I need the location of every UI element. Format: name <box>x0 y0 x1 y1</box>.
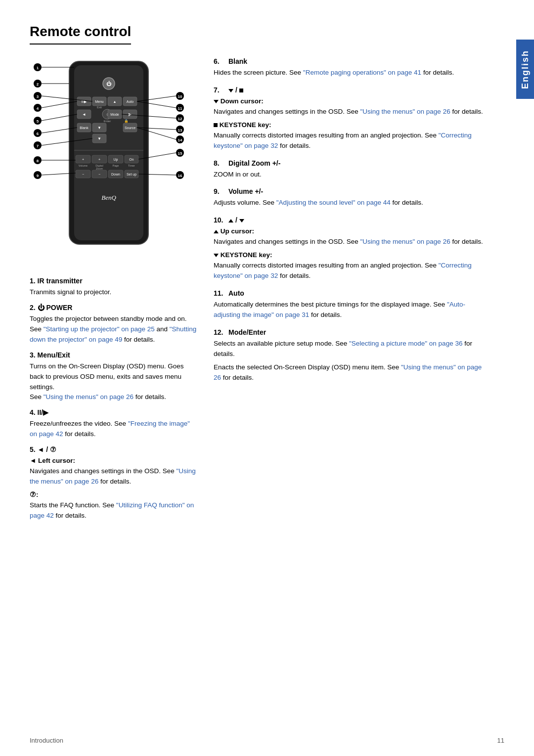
section-7-sub1: Down cursor: Navigates and changes setti… <box>214 96 487 117</box>
section-10-link1[interactable]: "Using the menus" on page 26 <box>360 238 450 245</box>
item-3-header: 3. Menu/Exit <box>30 350 198 360</box>
svg-text:Mode: Mode <box>110 113 119 116</box>
svg-text:15: 15 <box>178 151 182 156</box>
page: English Remote control <box>0 0 534 756</box>
section-6: 6. Blank Hides the screen picture. See "… <box>214 56 487 78</box>
section-11-link1[interactable]: "Auto-adjusting the image" on page 31 <box>214 301 465 318</box>
section-6-link1[interactable]: "Remote paging operations" on page 41 <box>303 69 421 76</box>
section-7-link1[interactable]: "Using the menus" on page 26 <box>360 108 450 115</box>
svg-text:Menu: Menu <box>95 100 104 103</box>
section-12-body2: Enacts the selected On-Screen Display (O… <box>214 362 487 383</box>
section-10-body: Up cursor: Navigates and changes setting… <box>214 226 487 281</box>
svg-text:10: 10 <box>178 94 182 99</box>
remote-diagram: ⏻ II/▶ Menu ▲ Auto Exit <box>30 56 188 264</box>
item-3-body: Turns on the On-Screen Display (OSD) men… <box>30 361 198 403</box>
svg-text:Volume: Volume <box>79 164 88 167</box>
item-3-link1[interactable]: "Using the menus" on page 26 <box>44 393 134 400</box>
svg-text:▼: ▼ <box>97 126 101 130</box>
side-tab-label: English <box>520 50 531 89</box>
svg-text:16: 16 <box>178 174 182 178</box>
svg-text:On: On <box>129 158 134 161</box>
section-8-body: ZOOM in or out. <box>214 170 487 180</box>
item-4-num: 4. <box>30 408 36 416</box>
item-2-title: ⏻ POWER <box>38 304 73 311</box>
svg-text:−: − <box>98 173 100 176</box>
items-list-left: 1. IR transmitter Tranmits signal to pro… <box>30 276 198 521</box>
svg-text:8: 8 <box>37 159 39 163</box>
section-11-title: Auto <box>228 288 244 299</box>
section-10: 10. / Up cursor: Navigates and cha <box>214 215 487 281</box>
section-10-link2[interactable]: "Correcting keystone" on page 32 <box>214 262 472 279</box>
svg-text:▶: ▶ <box>129 112 132 117</box>
section-9-link1[interactable]: "Adjusting the sound level" on page 44 <box>276 199 391 206</box>
section-9-title: Volume +/- <box>228 186 263 197</box>
svg-text:7: 7 <box>37 144 39 148</box>
svg-text:+: + <box>98 158 100 161</box>
svg-text:Source: Source <box>125 126 135 130</box>
item-4-link1[interactable]: "Freezing the image" on page 42 <box>30 420 190 438</box>
item-3-num: 3. <box>30 351 36 359</box>
section-7-link2[interactable]: "Correcting keystone" on page 32 <box>214 132 472 149</box>
section-6-num: 6. <box>214 56 225 67</box>
svg-text:BenQ: BenQ <box>101 194 116 201</box>
item-5-body: ◄ Left cursor: Navigates and changes set… <box>30 456 198 521</box>
section-10-sub2-title: KEYSTONE key: <box>214 251 272 259</box>
section-6-body: Hides the screen picture. See "Remote pa… <box>214 68 487 78</box>
right-column: 6. Blank Hides the screen picture. See "… <box>214 56 487 526</box>
svg-text:−: − <box>82 173 84 176</box>
item-2: 2. ⏻ POWER Toggles the projector between… <box>30 303 198 345</box>
triangle-down-icon-7a <box>214 100 219 103</box>
main-layout: ⏻ II/▶ Menu ▲ Auto Exit <box>30 56 487 526</box>
svg-text:12: 12 <box>178 117 182 121</box>
item-1-title: IR transmitter <box>38 277 83 285</box>
section-7-title: / <box>228 85 243 95</box>
item-5-sub1-title: ◄ Left cursor: <box>30 457 75 464</box>
svg-text:Up: Up <box>114 158 118 162</box>
section-10-sub1: Up cursor: Navigates and changes setting… <box>214 226 487 247</box>
svg-text:9: 9 <box>37 174 39 178</box>
section-11-body: Automatically determines the best pictur… <box>214 300 487 320</box>
svg-text:Down: Down <box>111 173 120 176</box>
section-7-sub2: KEYSTONE key: Manually corrects distorte… <box>214 120 487 151</box>
svg-text:Set up: Set up <box>127 173 136 177</box>
svg-text:Timer: Timer <box>128 164 135 167</box>
item-5-link2[interactable]: "Utilizing FAQ function" on page 42 <box>30 501 194 519</box>
svg-text:+: + <box>82 158 84 161</box>
section-10-num: 10. <box>214 215 225 225</box>
svg-text:13: 13 <box>178 128 182 133</box>
svg-text:▼: ▼ <box>97 136 101 141</box>
item-4-title: II/▶ <box>38 408 49 416</box>
svg-text:3: 3 <box>37 94 39 99</box>
svg-text:🔒: 🔒 <box>124 119 129 123</box>
item-1-body: Tranmits signal to projector. <box>30 287 198 298</box>
section-10-sub2: KEYSTONE key: Manually corrects distorte… <box>214 250 487 281</box>
svg-text:⏻: ⏻ <box>106 81 112 87</box>
item-4: 4. II/▶ Freeze/unfreezes the video. See … <box>30 407 198 440</box>
svg-text:1: 1 <box>37 66 39 70</box>
item-2-link1[interactable]: "Starting up the projector" on page 25 <box>44 325 155 333</box>
item-2-header: 2. ⏻ POWER <box>30 303 198 313</box>
footer-page-num: 11 <box>497 737 504 744</box>
triangle-down-icon-10b <box>214 254 219 257</box>
item-3: 3. Menu/Exit Turns on the On-Screen Disp… <box>30 350 198 403</box>
section-9: 9. Volume +/- Adjusts volume. See "Adjus… <box>214 186 487 208</box>
section-12-link1[interactable]: "Selecting a picture mode" on page 36 <box>349 340 463 347</box>
section-8-title: Digital Zoom +/- <box>228 158 280 169</box>
remote-svg: ⏻ II/▶ Menu ▲ Auto Exit <box>30 56 188 264</box>
svg-text:2: 2 <box>37 82 39 87</box>
section-10-title: / <box>228 215 244 225</box>
section-8: 8. Digital Zoom +/- ZOOM in or out. <box>214 158 487 180</box>
section-8-num: 8. <box>214 158 225 169</box>
item-5-title: ◄ / ⑦ <box>38 445 57 453</box>
item-5-link1[interactable]: "Using the menus" on page 26 <box>30 467 196 485</box>
section-9-body: Adjusts volume. See "Adjusting the sound… <box>214 198 487 208</box>
english-tab: English <box>516 40 534 99</box>
square-icon-7 <box>239 89 243 92</box>
item-5-sub2-title: ⑦: <box>30 491 39 498</box>
section-11-header: 11. Auto <box>214 288 487 299</box>
item-5-num: 5. <box>30 445 36 453</box>
section-12-body1: Selects an available picture setup mode.… <box>214 339 487 359</box>
svg-text:Exit: Exit <box>97 106 102 109</box>
section-7-sub2-title: KEYSTONE key: <box>214 121 271 129</box>
section-12-link2[interactable]: "Using the menus" on page 26 <box>214 363 482 381</box>
